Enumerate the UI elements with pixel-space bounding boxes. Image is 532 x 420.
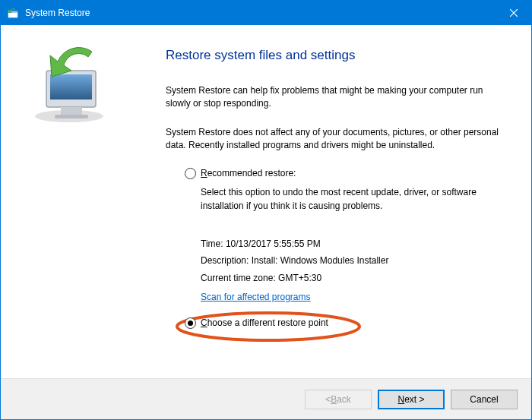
choose-different-radio-label: Choose a different restore point [201,317,328,328]
choose-different-option: Choose a different restore point [185,317,505,329]
svg-rect-7 [50,74,92,99]
restore-titlebar-icon [7,7,19,19]
close-button[interactable] [496,1,531,25]
dialog-body: Restore system files and settings System… [1,25,531,378]
close-icon [510,9,518,17]
cancel-button[interactable]: Cancel [451,390,518,409]
intro-paragraph-1: System Restore can help fix problems tha… [166,84,505,111]
restore-timezone: Current time zone: GMT+5:30 [201,270,505,287]
window-title: System Restore [25,8,496,18]
sidebar [1,25,157,378]
recommended-radio[interactable] [185,168,196,179]
restore-description: Description: Install: Windows Modules In… [201,252,505,270]
choose-different-radio-row[interactable]: Choose a different restore point [185,317,505,329]
svg-rect-8 [61,107,82,115]
content-area: Restore system files and settings System… [157,25,531,378]
recommended-radio-row[interactable]: Recommended restore: [185,168,505,179]
recommended-radio-label: Recommended restore: [201,168,296,178]
recommended-description: Select this option to undo the most rece… [201,185,505,213]
system-restore-window: System Restore Restore system files and … [0,0,532,420]
footer: < Back Next > Cancel [1,378,531,419]
titlebar[interactable]: System Restore [1,1,531,25]
back-button: < Back [305,390,372,409]
svg-rect-9 [55,115,88,118]
choose-different-radio[interactable] [185,317,196,329]
recommended-option: Recommended restore: Select this option … [185,168,505,302]
restore-time: Time: 10/13/2017 5:55:55 PM [201,235,505,253]
page-heading: Restore system files and settings [166,48,505,63]
intro-paragraph-2: System Restore does not affect any of yo… [166,126,505,153]
restore-details: Time: 10/13/2017 5:55:55 PM Description:… [201,235,505,287]
next-button[interactable]: Next > [378,390,445,409]
scan-affected-programs-link[interactable]: Scan for affected programs [201,292,311,302]
system-restore-icon [27,40,111,124]
